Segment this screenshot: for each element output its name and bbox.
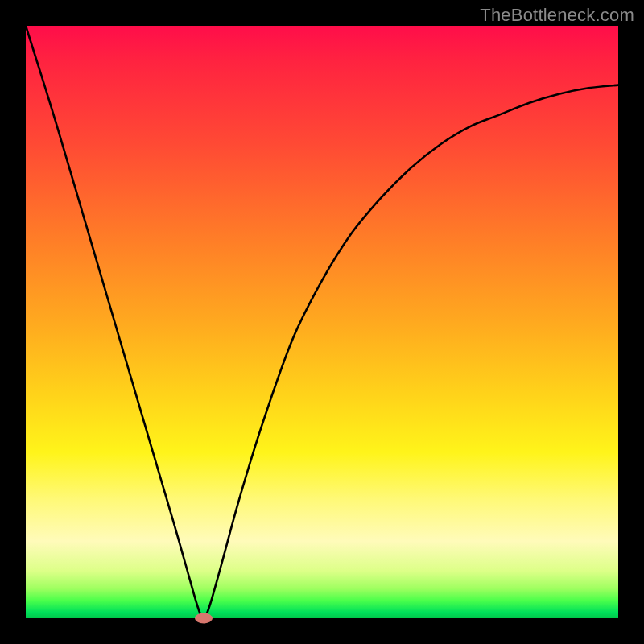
bottleneck-curve (26, 26, 618, 618)
watermark-text: TheBottleneck.com (480, 5, 634, 26)
curve-path (26, 26, 618, 618)
minimum-point-marker (195, 613, 213, 624)
plot-area (26, 26, 618, 618)
chart-frame: TheBottleneck.com (0, 0, 644, 644)
